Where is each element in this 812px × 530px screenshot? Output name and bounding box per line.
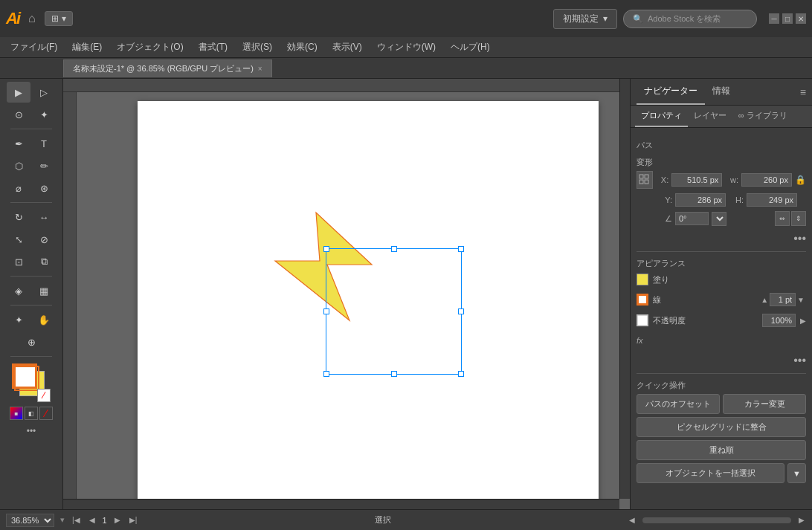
maximize-button[interactable]: □ bbox=[782, 13, 793, 24]
close-tab-button[interactable]: × bbox=[258, 65, 262, 73]
home-icon[interactable]: ⌂ bbox=[28, 12, 36, 25]
fill-stroke-area: ⁄ bbox=[12, 363, 51, 402]
menu-window[interactable]: ウィンドウ(W) bbox=[370, 38, 443, 56]
none-btn[interactable]: ⁄ bbox=[39, 407, 53, 420]
nav-first-btn[interactable]: |◀ bbox=[71, 514, 82, 526]
handle-bottom-right[interactable] bbox=[458, 371, 464, 377]
tool-row-10: ✦ ✋ bbox=[1, 309, 61, 330]
menu-effect[interactable]: 効果(C) bbox=[280, 38, 325, 56]
scroll-right-btn[interactable]: ▶ bbox=[797, 514, 806, 526]
zoom-tool[interactable]: ⊕ bbox=[19, 332, 43, 352]
pencil-tool[interactable]: ✏ bbox=[32, 155, 56, 176]
lasso-tool[interactable]: ⊙ bbox=[7, 104, 30, 125]
stroke-up-btn[interactable]: ▲ bbox=[761, 296, 768, 304]
canvas-page bbox=[138, 101, 599, 509]
blob-brush-tool[interactable]: ⊛ bbox=[32, 178, 56, 198]
menu-type[interactable]: 書式(T) bbox=[191, 38, 235, 56]
nav-prev-btn[interactable]: ◀ bbox=[88, 514, 97, 526]
brush-tool[interactable]: ⌀ bbox=[7, 178, 30, 198]
gradient-btn[interactable]: ◧ bbox=[25, 407, 38, 420]
opacity-input[interactable] bbox=[762, 314, 796, 327]
scale-tool[interactable]: ⤡ bbox=[7, 229, 30, 250]
eyedropper-tool[interactable]: ✦ bbox=[7, 309, 30, 330]
canvas-area[interactable] bbox=[63, 79, 630, 509]
minimize-button[interactable]: ─ bbox=[769, 13, 779, 24]
none-indicator[interactable]: ⁄ bbox=[37, 389, 51, 402]
angle-dropdown[interactable]: ▾ bbox=[712, 212, 726, 226]
stroke-swatch[interactable] bbox=[12, 363, 37, 389]
menu-object[interactable]: オブジェクト(O) bbox=[109, 38, 190, 56]
y-input[interactable] bbox=[675, 193, 726, 207]
object-select-dropdown-btn[interactable]: ▼ bbox=[787, 463, 806, 483]
handle-top-right[interactable] bbox=[458, 246, 464, 252]
fill-color-swatch[interactable] bbox=[637, 274, 648, 285]
menu-file[interactable]: ファイル(F) bbox=[3, 38, 65, 56]
more-tools-btn[interactable]: ••• bbox=[27, 426, 36, 436]
flip-v-btn[interactable]: ⇕ bbox=[791, 211, 806, 226]
shape-tool[interactable]: ⬡ bbox=[7, 155, 30, 176]
shear-tool[interactable]: ⊘ bbox=[32, 229, 56, 250]
overlap-btn[interactable]: 重ね順 bbox=[637, 440, 806, 460]
select-tool[interactable]: ▶ bbox=[7, 82, 30, 103]
lock-icon[interactable]: 🔒 bbox=[795, 175, 806, 185]
close-button[interactable]: ✕ bbox=[796, 13, 806, 24]
opacity-arrow-btn[interactable]: ▶ bbox=[800, 317, 806, 325]
nav-last-btn[interactable]: ▶| bbox=[128, 514, 139, 526]
zoom-select[interactable]: 36.85% bbox=[6, 514, 54, 527]
object-select-btn[interactable]: オブジェクトを一括選択 bbox=[637, 463, 784, 483]
grid-align-icon[interactable] bbox=[637, 171, 653, 189]
angle-input[interactable] bbox=[675, 212, 709, 225]
menu-view[interactable]: 表示(V) bbox=[325, 38, 370, 56]
path-offset-btn[interactable]: パスのオフセット bbox=[637, 394, 720, 414]
stroke-down-btn[interactable]: ▼ bbox=[797, 296, 805, 304]
reflect-tool[interactable]: ↔ bbox=[32, 207, 56, 227]
workspace-switcher[interactable]: ⊞ ▾ bbox=[45, 11, 73, 26]
svg-marker-0 bbox=[275, 213, 372, 320]
tab-info[interactable]: 情報 bbox=[705, 79, 738, 105]
fx-button[interactable]: fx bbox=[637, 336, 643, 345]
scroll-h[interactable] bbox=[63, 499, 619, 509]
symbol-sprayer-tool[interactable]: ◈ bbox=[7, 280, 30, 301]
rotate-tool[interactable]: ↻ bbox=[7, 207, 30, 227]
menu-edit[interactable]: 編集(E) bbox=[65, 38, 109, 56]
direct-select-tool[interactable]: ▷ bbox=[32, 82, 56, 103]
scroll-left-btn[interactable]: ◀ bbox=[628, 514, 637, 526]
text-tool[interactable]: T bbox=[32, 133, 56, 154]
h-input[interactable] bbox=[747, 193, 797, 207]
stroke-weight-input[interactable] bbox=[770, 293, 796, 306]
magic-wand-tool[interactable]: ✦ bbox=[32, 104, 56, 125]
flip-h-btn[interactable]: ⇔ bbox=[775, 211, 790, 226]
handle-bottom-center[interactable] bbox=[391, 371, 397, 377]
color-mode-icons: ■ ◧ ⁄ bbox=[10, 407, 53, 420]
nav-next-btn[interactable]: ▶ bbox=[113, 514, 122, 526]
appearance-more-btn[interactable]: ••• bbox=[637, 352, 806, 369]
transform-more-btn[interactable]: ••• bbox=[637, 230, 806, 247]
pixel-grid-btn[interactable]: ピクセルグリッドに整合 bbox=[637, 417, 806, 437]
menu-select[interactable]: 選択(S) bbox=[235, 38, 280, 56]
x-input[interactable] bbox=[671, 173, 722, 187]
stroke-color-swatch[interactable] bbox=[637, 294, 648, 306]
panel-menu-icon[interactable]: ≡ bbox=[800, 86, 806, 98]
tool-row-6: ↻ ↔ bbox=[1, 207, 61, 227]
tab-properties[interactable]: プロパティ bbox=[635, 106, 688, 127]
hand-tool[interactable]: ✋ bbox=[32, 309, 56, 330]
menu-help[interactable]: ヘルプ(H) bbox=[443, 38, 497, 56]
scroll-v[interactable] bbox=[619, 79, 630, 499]
color-change-btn[interactable]: カラー変更 bbox=[723, 394, 806, 414]
solid-color-btn[interactable]: ■ bbox=[10, 407, 23, 420]
handle-middle-right[interactable] bbox=[458, 308, 464, 314]
pen-tool[interactable]: ✒ bbox=[7, 133, 30, 154]
transform-xw-row: X: w: 🔒 bbox=[637, 171, 806, 189]
opacity-row: 不透明度 ▶ bbox=[637, 312, 806, 329]
column-graph-tool[interactable]: ▦ bbox=[32, 280, 56, 301]
workspace-label[interactable]: 初期設定 ▾ bbox=[553, 9, 617, 29]
tab-libraries[interactable]: ∞ ライブラリ bbox=[732, 106, 793, 127]
search-box[interactable]: 🔍 Adobe Stock を検索 bbox=[623, 10, 757, 28]
tab-layers[interactable]: レイヤー bbox=[688, 106, 732, 127]
document-tab[interactable]: 名称未設定-1* @ 36.85% (RGB/GPU プレビュー) × bbox=[63, 59, 272, 77]
warp-tool[interactable]: ⊡ bbox=[7, 251, 30, 272]
tab-navigator[interactable]: ナビゲーター bbox=[637, 79, 705, 105]
handle-bottom-left[interactable] bbox=[323, 371, 329, 377]
free-transform-tool[interactable]: ⧉ bbox=[32, 251, 56, 272]
w-input[interactable] bbox=[741, 173, 792, 187]
